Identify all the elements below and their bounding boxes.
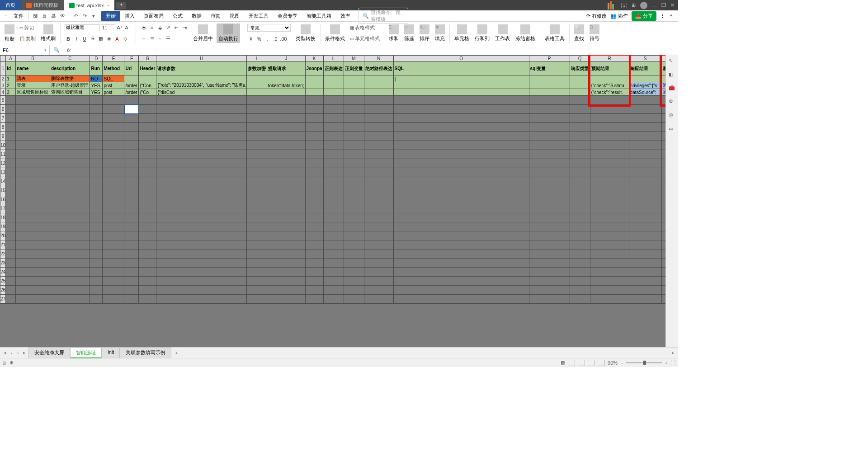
cell-B5[interactable]: [16, 96, 50, 105]
underline-button[interactable]: U: [81, 35, 88, 42]
cell-R17[interactable]: [590, 204, 629, 213]
cell-G17[interactable]: [139, 204, 156, 213]
find-button[interactable]: 🔍查找: [572, 24, 586, 43]
cell-S26[interactable]: [629, 286, 661, 295]
more-icon[interactable]: ⋮: [660, 13, 665, 19]
number-format-select[interactable]: 常规: [247, 24, 291, 32]
cell-N14[interactable]: [364, 177, 393, 186]
cell-D3[interactable]: YES: [90, 82, 103, 89]
cell-S14[interactable]: [629, 177, 661, 186]
cell-H24[interactable]: [156, 268, 246, 277]
cell-Q20[interactable]: [570, 231, 590, 240]
cell-C23[interactable]: [50, 258, 90, 268]
menu-tab-6[interactable]: 视图: [225, 11, 244, 21]
cell-D15[interactable]: [90, 186, 103, 195]
cell-E3[interactable]: post: [103, 82, 124, 89]
formula-input[interactable]: [75, 47, 678, 53]
cell-N5[interactable]: [364, 96, 393, 105]
cell-L6[interactable]: [323, 105, 344, 114]
cell-L1[interactable]: 正则表达: [323, 62, 344, 75]
tab-file[interactable]: test_api.xlsx•: [64, 0, 114, 10]
cell-G3[interactable]: {"Con: [139, 82, 156, 89]
cell-A26[interactable]: [6, 286, 16, 295]
cell-L22[interactable]: [323, 249, 344, 258]
cell-Q5[interactable]: [570, 96, 590, 105]
cell-T21[interactable]: [661, 240, 665, 249]
cell-G21[interactable]: [139, 240, 156, 249]
cell-G20[interactable]: [139, 231, 156, 240]
cell-L11[interactable]: [323, 150, 344, 159]
fullscreen-icon[interactable]: ⛶: [670, 360, 675, 366]
cell-E25[interactable]: [103, 277, 124, 286]
cell-D4[interactable]: YES: [90, 89, 103, 96]
cell-G6[interactable]: [139, 105, 156, 114]
row-header-25[interactable]: 25: [0, 277, 6, 286]
cell-F13[interactable]: [124, 168, 139, 177]
cell-R4[interactable]: {"check":"result.: [590, 89, 629, 96]
cell-A20[interactable]: [6, 231, 16, 240]
cell-F17[interactable]: [124, 204, 139, 213]
cell-M16[interactable]: [344, 195, 364, 204]
close-button[interactable]: ✕: [670, 2, 675, 8]
cell-S18[interactable]: [629, 213, 661, 222]
cell-F14[interactable]: [124, 177, 139, 186]
italic-button[interactable]: I: [73, 35, 80, 42]
cell-R9[interactable]: [590, 132, 629, 141]
cell-J13[interactable]: [267, 168, 305, 177]
cell-O23[interactable]: [393, 258, 529, 268]
cell-T27[interactable]: [661, 295, 665, 304]
cell-P3[interactable]: [529, 82, 570, 89]
cell-M25[interactable]: [344, 277, 364, 286]
cell-A12[interactable]: [6, 159, 16, 168]
cell-R8[interactable]: [590, 123, 629, 132]
menu-tab-8[interactable]: 会员专享: [273, 11, 302, 21]
cell-Q6[interactable]: [570, 105, 590, 114]
symbol-button[interactable]: Ω符号: [588, 24, 601, 43]
cell-E16[interactable]: [103, 195, 124, 204]
new-tab-button[interactable]: +: [116, 2, 126, 9]
col-header-H[interactable]: H: [156, 56, 246, 62]
cell-N27[interactable]: [364, 295, 393, 304]
cell-C4[interactable]: 查询区域销售目: [50, 89, 90, 96]
cell-H14[interactable]: [156, 177, 246, 186]
cell-B21[interactable]: [16, 240, 50, 249]
cell-D6[interactable]: [90, 105, 103, 114]
cell-T26[interactable]: [661, 286, 665, 295]
cell-I26[interactable]: [246, 286, 267, 295]
cell-E18[interactable]: [103, 213, 124, 222]
fx-search-icon[interactable]: 🔍: [50, 47, 63, 53]
cell-I4[interactable]: [246, 89, 267, 96]
cell-T16[interactable]: [661, 195, 665, 204]
cell-H19[interactable]: [156, 222, 246, 231]
cell-G24[interactable]: [139, 268, 156, 277]
row-header-11[interactable]: 11: [0, 150, 6, 159]
cell-G4[interactable]: {"Co: [139, 89, 156, 96]
menu-tab-7[interactable]: 开发工具: [244, 11, 273, 21]
menu-tab-5[interactable]: 审阅: [206, 11, 225, 21]
fx-label[interactable]: fx: [63, 47, 75, 53]
cell-F25[interactable]: [124, 277, 139, 286]
cell-D9[interactable]: [90, 132, 103, 141]
cell-T5[interactable]: [661, 96, 665, 105]
cell-G15[interactable]: [139, 186, 156, 195]
cell-R1[interactable]: 预期结果: [590, 62, 629, 75]
cell-M8[interactable]: [344, 123, 364, 132]
cell-P14[interactable]: [529, 177, 570, 186]
cell-B27[interactable]: [16, 295, 50, 304]
cell-G11[interactable]: [139, 150, 156, 159]
align-top-icon[interactable]: ⬘: [140, 24, 147, 31]
cell-P2[interactable]: [529, 75, 570, 82]
cell-Q14[interactable]: [570, 177, 590, 186]
cell-J10[interactable]: [267, 141, 305, 150]
cell-R16[interactable]: [590, 195, 629, 204]
cell-R6[interactable]: [590, 105, 629, 114]
cell-N12[interactable]: [364, 159, 393, 168]
cell-K20[interactable]: [305, 231, 323, 240]
cell-S5[interactable]: [629, 96, 661, 105]
fill-button[interactable]: ▼填充: [433, 24, 447, 43]
cell-H25[interactable]: [156, 277, 246, 286]
cell-G5[interactable]: [139, 96, 156, 105]
cell-I12[interactable]: [246, 159, 267, 168]
inc-font-icon[interactable]: A⁺: [116, 24, 123, 31]
cell-T17[interactable]: [661, 204, 665, 213]
